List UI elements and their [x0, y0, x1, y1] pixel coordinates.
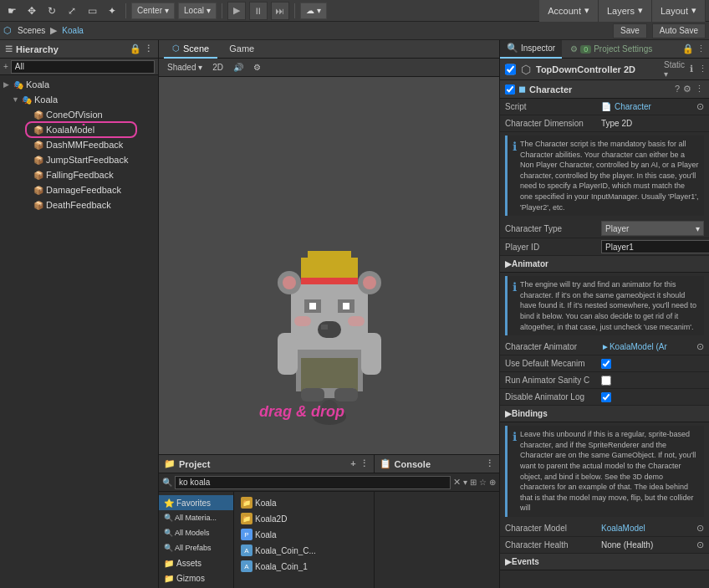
- tree-item-fall[interactable]: 📦 FallingFeedback: [0, 167, 158, 182]
- default-mecanim-checkbox[interactable]: [601, 359, 611, 369]
- hierarchy-lock-icon[interactable]: 🔒: [130, 43, 141, 54]
- tree-item-damage[interactable]: 📦 DamageFeedback: [0, 182, 158, 197]
- file-koala-folder[interactable]: 📁 Koala: [237, 495, 370, 510]
- info-circle-icon: ℹ: [513, 139, 517, 212]
- 2d-toggle[interactable]: 2D: [209, 63, 227, 72]
- console-icon: 📋: [380, 458, 391, 469]
- object-active-checkbox[interactable]: [505, 64, 516, 75]
- character-model-label: Character Model: [505, 524, 601, 533]
- local-dropdown[interactable]: Local ▾: [178, 3, 217, 19]
- tree-item-koala-model[interactable]: 📦 KoalaModel: [0, 122, 158, 137]
- koala-sprite: [254, 241, 405, 425]
- character-model-value: KoalaModel: [601, 524, 645, 533]
- inspector-lock-icon[interactable]: 🔒: [682, 43, 694, 54]
- play-button[interactable]: ▶: [227, 2, 246, 20]
- project-more-icon[interactable]: ⋮: [360, 458, 369, 469]
- all-prefabs-sidebar-item[interactable]: 🔍 All Prefabs: [159, 540, 233, 555]
- inspector-tab[interactable]: 🔍 Inspector: [500, 40, 562, 59]
- component-more-icon[interactable]: ⋮: [695, 84, 704, 95]
- dimension-field: Character Dimension Type 2D: [500, 115, 709, 132]
- inspector-more-icon[interactable]: ⋮: [696, 43, 706, 54]
- scene-panel: ⬡ Scene Game Shaded ▾ 2D 🔊 ⚙: [159, 40, 500, 588]
- tree-item-koala[interactable]: ▼ 🎭 Koala: [0, 92, 158, 107]
- project-search-input[interactable]: [175, 476, 374, 489]
- tree-icon-death: 📦: [33, 201, 43, 210]
- transform-tool-icon[interactable]: ✦: [104, 3, 120, 19]
- run-sanity-field: Run Animator Sanity C: [500, 372, 709, 389]
- tree-item-cone[interactable]: 📦 ConeOfVision: [0, 107, 158, 122]
- rect-tool-icon[interactable]: ▭: [84, 3, 100, 19]
- assets-sidebar-item[interactable]: 📁 Assets: [159, 555, 233, 570]
- scale-tool-icon[interactable]: ⤢: [64, 3, 80, 19]
- svg-rect-21: [301, 388, 324, 401]
- all-models-sidebar-item[interactable]: 🔍 All Models: [159, 525, 233, 540]
- favorites-sidebar-item[interactable]: ⭐ Favorites: [159, 495, 233, 510]
- gizmos-sidebar-item[interactable]: 📁 Gizmos: [159, 570, 233, 585]
- animator-section-header[interactable]: ▶ Animator: [500, 256, 709, 273]
- audio-toggle[interactable]: 🔊: [230, 63, 247, 72]
- events-section-header[interactable]: ▶ Events: [500, 554, 709, 570]
- character-health-value-container: None (Health) ⊙: [601, 539, 704, 550]
- file-koala-coin-1[interactable]: A Koala_Coin_1: [237, 559, 370, 574]
- file-koala2d-folder[interactable]: 📁 Koala2D: [237, 511, 370, 526]
- top-toolbar: ☛ ✥ ↻ ⤢ ▭ ✦ Center ▾ Local ▾ ▶ ⏸ ⏭ ☁ ▾ A…: [0, 0, 709, 22]
- rotate-tool-icon[interactable]: ↻: [43, 3, 60, 19]
- gizmos-toggle[interactable]: ⚙: [250, 63, 264, 72]
- run-sanity-checkbox[interactable]: [601, 376, 611, 386]
- save-button[interactable]: Save: [613, 23, 647, 38]
- account-button[interactable]: Account ▾: [539, 0, 599, 22]
- layout-button[interactable]: Layout ▾: [652, 0, 706, 22]
- cloud-dropdown[interactable]: ☁ ▾: [300, 3, 327, 19]
- svg-rect-15: [294, 316, 311, 326]
- game-tab[interactable]: Game: [221, 40, 263, 59]
- console-output: [375, 492, 499, 588]
- events-arrow: ▶: [505, 557, 512, 566]
- animator-link-icon[interactable]: ⊙: [696, 341, 704, 352]
- character-type-dropdown[interactable]: Player ▾: [601, 221, 704, 236]
- all-materials-sidebar-item[interactable]: 🔍 All Materia...: [159, 510, 233, 525]
- shaded-dropdown[interactable]: Shaded ▾: [164, 63, 206, 72]
- center-dropdown[interactable]: Center ▾: [131, 3, 175, 19]
- inspector-content: ⬡ Static ▾ ℹ ⋮ ◼ Character ? ⚙ ⋮ Script: [500, 59, 709, 588]
- scenes-breadcrumb[interactable]: Scenes: [18, 26, 45, 35]
- disable-log-checkbox[interactable]: [601, 392, 611, 402]
- auto-save-button[interactable]: Auto Save: [652, 23, 706, 38]
- pause-button[interactable]: ⏸: [249, 2, 268, 20]
- console-more-icon[interactable]: ⋮: [485, 458, 494, 469]
- bindings-section-header[interactable]: ▶ Bindings: [500, 406, 709, 422]
- tree-item-dash[interactable]: 📦 DashMMFeedback: [0, 137, 158, 152]
- project-add-icon[interactable]: +: [350, 458, 355, 469]
- file-koala-prefab[interactable]: P Koala: [237, 527, 370, 542]
- file-koala-coin-c[interactable]: A Koala_Coin_C...: [237, 543, 370, 558]
- character-model-field: Character Model KoalaModel ⊙: [500, 520, 709, 537]
- hierarchy-more-icon[interactable]: ⋮: [144, 43, 153, 54]
- component-help-icon[interactable]: ?: [675, 84, 680, 95]
- more-icon[interactable]: ⋮: [698, 64, 707, 74]
- layers-button[interactable]: Layers ▾: [599, 0, 652, 22]
- health-link-icon[interactable]: ⊙: [696, 539, 704, 550]
- animator-value-container: ►KoalaModel (Ar ⊙: [601, 341, 704, 352]
- prefab-icon: P: [241, 529, 252, 540]
- tree-item-jump[interactable]: 📦 JumpStartFeedback: [0, 152, 158, 167]
- step-button[interactable]: ⏭: [271, 2, 289, 20]
- hierarchy-search-input[interactable]: [11, 60, 155, 74]
- script-link-icon[interactable]: ⊙: [696, 101, 704, 112]
- hand-tool-icon[interactable]: ☛: [3, 3, 20, 19]
- object-name-input[interactable]: [536, 64, 659, 74]
- model-link-icon[interactable]: ⊙: [696, 523, 704, 534]
- move-tool-icon[interactable]: ✥: [23, 3, 40, 19]
- character-health-value: None (Health): [601, 540, 694, 550]
- tree-item-koala-root[interactable]: ▶ 🎭 Koala: [0, 77, 158, 92]
- scene-tab[interactable]: ⬡ Scene: [164, 40, 217, 59]
- bindings-info-icon: ℹ: [513, 429, 517, 514]
- tree-item-death[interactable]: 📦 DeathFeedback: [0, 197, 158, 212]
- koala-breadcrumb[interactable]: Koala: [62, 26, 84, 35]
- component-enabled-checkbox[interactable]: [505, 84, 515, 95]
- script-type-icon: 📄: [601, 102, 611, 111]
- project-settings-tab[interactable]: ⚙ 0 Project Settings: [565, 44, 657, 54]
- info-icon[interactable]: ℹ: [690, 64, 693, 74]
- tree-icon-koala: 🎭: [22, 95, 32, 105]
- player-id-field: Player ID: [500, 238, 709, 256]
- component-settings-icon[interactable]: ⚙: [683, 84, 691, 95]
- player-id-input[interactable]: [601, 240, 709, 253]
